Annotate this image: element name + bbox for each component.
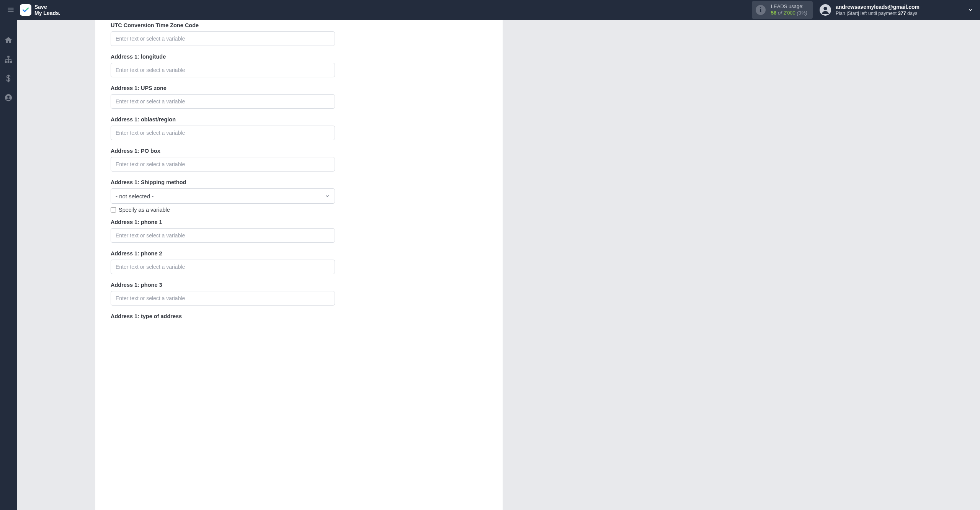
specify-as-variable-row[interactable]: Specify as a variable xyxy=(111,207,487,213)
user-plan-prefix: Plan |Start| left until payment xyxy=(836,11,898,16)
logo-line1: Save xyxy=(34,4,60,10)
field-input-address1-ups-zone[interactable] xyxy=(111,94,335,109)
user-email: andrewsavemyleads@gmail.com xyxy=(836,3,920,10)
specify-as-variable-checkbox[interactable] xyxy=(111,207,116,212)
chevron-down-icon xyxy=(968,7,973,13)
field-address1-phone-3: Address 1: phone 3 xyxy=(111,282,487,306)
field-utc-conversion-time-zone-code: UTC Conversion Time Zone Code xyxy=(111,22,487,46)
field-address1-oblast-region: Address 1: oblast/region xyxy=(111,116,487,140)
sidebar xyxy=(0,20,17,510)
field-input-address1-po-box[interactable] xyxy=(111,157,335,172)
info-icon: i xyxy=(756,5,766,15)
main-content[interactable]: UTC Conversion Time Zone Code Address 1:… xyxy=(17,20,980,510)
field-address1-type-of-address: Address 1: type of address xyxy=(111,313,487,319)
usage-label: LEADS usage: xyxy=(771,3,807,10)
field-label: Address 1: phone 1 xyxy=(111,219,487,225)
logo-line2: My Leads. xyxy=(34,10,60,16)
user-text: andrewsavemyleads@gmail.com Plan |Start|… xyxy=(836,3,920,16)
svg-rect-7 xyxy=(8,61,10,63)
field-label: UTC Conversion Time Zone Code xyxy=(111,22,487,28)
field-input-address1-phone-2[interactable] xyxy=(111,260,335,274)
sidebar-item-account[interactable] xyxy=(3,92,14,103)
logo[interactable]: Save My Leads. xyxy=(20,4,60,16)
sitemap-icon xyxy=(4,55,13,64)
logo-mark xyxy=(20,4,31,16)
field-label: Address 1: oblast/region xyxy=(111,116,487,123)
field-label: Address 1: type of address xyxy=(111,313,487,319)
svg-point-4 xyxy=(823,7,827,10)
sidebar-item-home[interactable] xyxy=(3,34,14,46)
menu-icon xyxy=(7,6,15,14)
menu-toggle-button[interactable] xyxy=(5,5,16,15)
field-label: Address 1: Shipping method xyxy=(111,179,487,185)
field-address1-longitude: Address 1: longitude xyxy=(111,54,487,77)
user-icon xyxy=(4,93,13,102)
svg-point-10 xyxy=(7,96,10,98)
sidebar-item-billing[interactable] xyxy=(3,73,14,84)
user-plan-days: 377 xyxy=(898,11,906,16)
field-address1-shipping-method: Address 1: Shipping method - not selecte… xyxy=(111,179,487,204)
field-address1-po-box: Address 1: PO box xyxy=(111,148,487,172)
field-input-utc-conversion-time-zone-code[interactable] xyxy=(111,31,335,46)
svg-rect-5 xyxy=(7,56,10,58)
field-input-address1-longitude[interactable] xyxy=(111,63,335,77)
user-circle-icon xyxy=(820,4,831,16)
usage-box[interactable]: i LEADS usage: 56 of 2'000 (3%) xyxy=(752,1,813,19)
field-input-address1-phone-3[interactable] xyxy=(111,291,335,306)
field-label: Address 1: longitude xyxy=(111,54,487,60)
checkmark-icon xyxy=(22,6,29,14)
usage-used: 56 xyxy=(771,10,776,16)
svg-rect-6 xyxy=(5,61,7,63)
sidebar-item-connections[interactable] xyxy=(3,54,14,65)
header: Save My Leads. i LEADS usage: 56 of 2'00… xyxy=(0,0,980,20)
field-label: Address 1: UPS zone xyxy=(111,85,487,91)
usage-text: LEADS usage: 56 of 2'000 (3%) xyxy=(771,3,807,16)
logo-text: Save My Leads. xyxy=(34,4,60,16)
user-menu-button[interactable]: andrewsavemyleads@gmail.com Plan |Start|… xyxy=(820,3,975,16)
avatar xyxy=(820,4,831,16)
field-address1-phone-1: Address 1: phone 1 xyxy=(111,219,487,243)
usage-of: of xyxy=(778,10,782,16)
home-icon xyxy=(4,36,13,44)
svg-rect-8 xyxy=(10,61,12,63)
form-card: UTC Conversion Time Zone Code Address 1:… xyxy=(95,20,503,510)
field-address1-ups-zone: Address 1: UPS zone xyxy=(111,85,487,109)
field-input-address1-phone-1[interactable] xyxy=(111,228,335,243)
dollar-icon xyxy=(4,74,13,83)
field-input-address1-oblast-region[interactable] xyxy=(111,126,335,140)
field-address1-phone-2: Address 1: phone 2 xyxy=(111,250,487,274)
select-value: - not selected - xyxy=(116,193,154,199)
user-plan: Plan |Start| left until payment 377 days xyxy=(836,10,920,16)
field-label: Address 1: phone 2 xyxy=(111,250,487,257)
field-select-address1-shipping-method[interactable]: - not selected - xyxy=(111,188,335,204)
usage-total: 2'000 xyxy=(783,10,795,16)
user-plan-suffix: days xyxy=(906,11,918,16)
field-label: Address 1: PO box xyxy=(111,148,487,154)
usage-pct: (3%) xyxy=(797,10,807,16)
field-label: Address 1: phone 3 xyxy=(111,282,487,288)
chevron-down-icon xyxy=(325,193,330,199)
user-menu-chevron xyxy=(966,6,975,14)
specify-as-variable-label: Specify as a variable xyxy=(119,207,170,213)
